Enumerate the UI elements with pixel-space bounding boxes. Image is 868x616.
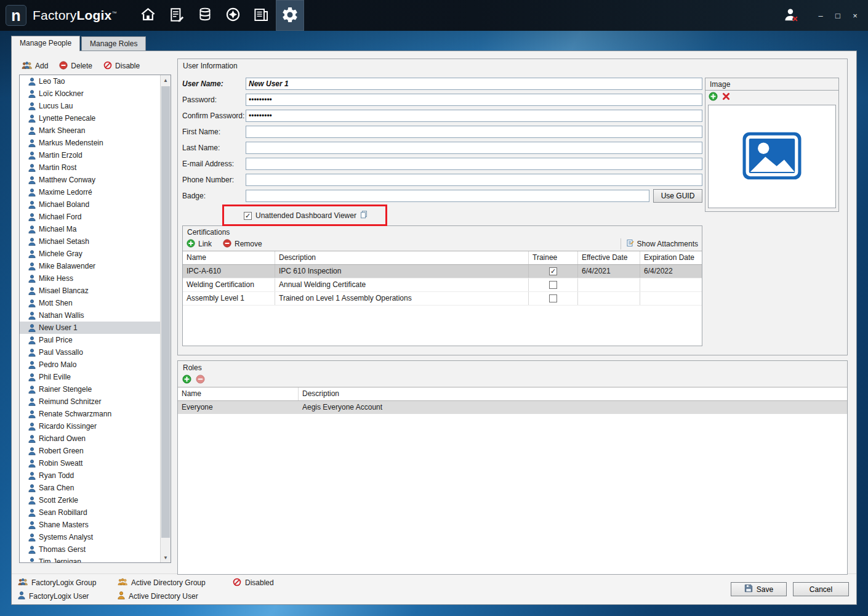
table-row[interactable]: EveryoneAegis Everyone Account — [178, 401, 847, 414]
tracking-nav-button[interactable] — [219, 0, 247, 31]
list-item[interactable]: Mike Balawender — [20, 260, 160, 272]
list-item[interactable]: Martin Erzold — [20, 149, 160, 161]
tab-manage-roles[interactable]: Manage Roles — [81, 36, 146, 51]
list-item[interactable]: Mott Shen — [20, 297, 160, 309]
unattended-dashboard-checkbox[interactable]: ✓ — [244, 212, 252, 220]
list-item[interactable]: Scott Zerkle — [20, 494, 160, 506]
documents-nav-button[interactable] — [247, 0, 276, 31]
people-scrollbar[interactable]: ▲ ▼ — [160, 75, 171, 562]
last-name-input[interactable] — [246, 142, 702, 154]
table-row[interactable]: IPC-A-610IPC 610 Inspection✓6/4/20216/4/… — [183, 265, 702, 278]
column-header[interactable]: Expiration Date — [640, 251, 702, 264]
link-certification-button[interactable]: Link — [187, 239, 212, 249]
column-header[interactable]: Name — [183, 251, 275, 264]
scroll-down-arrow-icon[interactable]: ▼ — [161, 553, 171, 562]
list-item[interactable]: Tim Jernigan — [20, 556, 160, 562]
cert-name-cell: IPC-A-610 — [183, 265, 275, 278]
list-item[interactable]: Loïc Klockner — [20, 87, 160, 100]
maximize-button[interactable]: □ — [831, 9, 845, 22]
list-item[interactable]: Paul Price — [20, 334, 160, 346]
list-item[interactable]: Lucus Lau — [20, 100, 160, 112]
copy-icon[interactable] — [360, 211, 368, 221]
add-role-icon[interactable] — [182, 375, 191, 386]
person-icon — [28, 558, 36, 563]
list-item[interactable]: Thomas Gerst — [20, 543, 160, 556]
production-nav-button[interactable] — [163, 0, 191, 31]
data-nav-button[interactable] — [191, 0, 219, 31]
first-name-input[interactable] — [246, 126, 702, 138]
list-item[interactable]: Sean Robillard — [20, 506, 160, 519]
list-item[interactable]: Misael Blancaz — [20, 285, 160, 297]
column-header[interactable]: Description — [299, 387, 847, 400]
list-item[interactable]: Leo Tao — [20, 75, 160, 87]
home-nav-button[interactable] — [134, 0, 163, 31]
list-item[interactable]: Ryan Todd — [20, 469, 160, 482]
cancel-button[interactable]: Cancel — [793, 582, 849, 596]
scroll-up-arrow-icon[interactable]: ▲ — [161, 75, 171, 85]
list-item[interactable]: Martin Rost — [20, 161, 160, 174]
column-header[interactable]: Trainee — [529, 251, 578, 264]
list-item[interactable]: Phil Eville — [20, 371, 160, 383]
user-name-input[interactable] — [246, 78, 702, 90]
logout-user-button[interactable] — [781, 5, 802, 26]
scrollbar-thumb[interactable] — [161, 86, 170, 538]
remove-certification-button[interactable]: Remove — [223, 239, 262, 249]
list-item[interactable]: New User 1 — [20, 322, 160, 334]
table-row[interactable]: Assembly Level 1Trained on Level 1 Assem… — [183, 292, 702, 306]
remove-image-icon[interactable] — [722, 92, 730, 102]
list-item[interactable]: Richard Owen — [20, 432, 160, 445]
save-button[interactable]: Save — [731, 582, 787, 596]
list-item[interactable]: Nathan Wallis — [20, 309, 160, 322]
list-item[interactable]: Shane Masters — [20, 519, 160, 531]
database-icon — [197, 7, 213, 25]
list-item[interactable]: Michael Setash — [20, 235, 160, 248]
tab-manage-people[interactable]: Manage People — [11, 36, 80, 51]
password-input[interactable] — [246, 94, 702, 106]
remove-role-icon[interactable] — [196, 375, 205, 386]
badge-input[interactable] — [246, 190, 649, 202]
list-item[interactable]: Paul Vassallo — [20, 346, 160, 359]
phone-input[interactable] — [246, 174, 702, 186]
trainee-checkbox[interactable] — [549, 281, 557, 289]
cert-description-cell: Annual Welding Certificate — [275, 278, 529, 291]
image-placeholder[interactable] — [708, 105, 836, 208]
list-item[interactable]: Markus Medenstein — [20, 137, 160, 149]
list-item[interactable]: Mark Sheeran — [20, 124, 160, 137]
list-item[interactable]: Robert Green — [20, 445, 160, 457]
list-item[interactable]: Renate Schwarzmann — [20, 408, 160, 420]
list-item[interactable]: Rainer Stengele — [20, 383, 160, 395]
add-image-icon[interactable] — [709, 92, 718, 103]
minimize-button[interactable]: – — [814, 9, 827, 22]
show-attachments-button[interactable]: Show Attachments — [621, 238, 698, 249]
trainee-checkbox[interactable] — [549, 294, 557, 302]
list-item[interactable]: Robin Sweatt — [20, 457, 160, 469]
trainee-checkbox[interactable]: ✓ — [549, 267, 557, 275]
list-item[interactable]: Michael Boland — [20, 198, 160, 211]
table-row[interactable]: Welding CertificationAnnual Welding Cert… — [183, 278, 702, 292]
column-header[interactable]: Description — [275, 251, 529, 264]
confirm-password-input[interactable] — [246, 110, 702, 122]
list-item[interactable]: Michele Gray — [20, 248, 160, 260]
list-item[interactable]: Michael Ma — [20, 223, 160, 235]
disable-person-button[interactable]: Disable — [103, 61, 140, 71]
list-item[interactable]: Reimund Schnitzer — [20, 395, 160, 408]
settings-nav-button[interactable] — [276, 0, 304, 31]
list-item[interactable]: Maxime Ledorré — [20, 186, 160, 198]
delete-person-button[interactable]: Delete — [59, 61, 92, 71]
list-item[interactable]: Mike Hess — [20, 272, 160, 285]
email-input[interactable] — [246, 158, 702, 170]
list-item[interactable]: Systems Analyst — [20, 531, 160, 543]
person-name: Sara Chen — [39, 484, 74, 492]
column-header[interactable]: Name — [178, 387, 299, 400]
list-item[interactable]: Michael Ford — [20, 211, 160, 223]
cert-name-cell: Welding Certification — [183, 278, 275, 291]
list-item[interactable]: Matthew Conway — [20, 174, 160, 186]
list-item[interactable]: Ricardo Kissinger — [20, 420, 160, 432]
add-person-button[interactable]: Add — [22, 61, 48, 71]
column-header[interactable]: Effective Date — [578, 251, 640, 264]
use-guid-button[interactable]: Use GUID — [653, 189, 702, 203]
close-button[interactable]: × — [848, 9, 862, 22]
list-item[interactable]: Lynette Penecale — [20, 112, 160, 124]
list-item[interactable]: Pedro Malo — [20, 359, 160, 371]
list-item[interactable]: Sara Chen — [20, 482, 160, 494]
